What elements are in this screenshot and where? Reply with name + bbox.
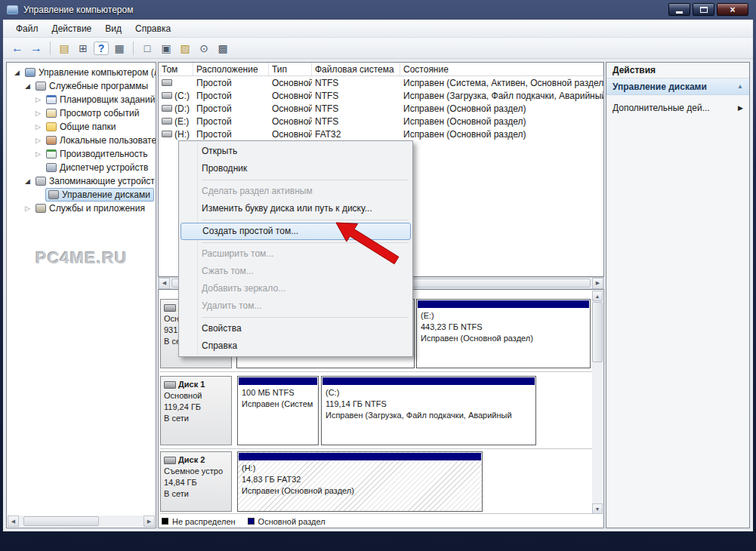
expander-icon[interactable] <box>35 96 45 103</box>
menu-action[interactable]: Действие <box>45 21 99 36</box>
volume-name: (E:) <box>174 116 189 127</box>
actions-more-item[interactable]: Дополнительные дей... ▶ <box>606 100 749 116</box>
help-icon[interactable]: ? <box>94 42 109 55</box>
properties-icon[interactable]: ▣ <box>158 41 174 56</box>
expander-icon[interactable] <box>25 205 35 212</box>
disk1-header[interactable]: Диск 1 Основной 119,24 ГБ В сети <box>160 376 232 445</box>
expander-icon[interactable] <box>35 137 45 144</box>
menu-separator <box>202 180 409 180</box>
toolbar: ← → ▤ ⊞ ? ▦ □ ▣ ▨ ⊙ ▩ <box>3 38 753 59</box>
open-folder-icon[interactable]: ▨ <box>177 41 193 56</box>
console-tree-icon[interactable]: ⊞ <box>75 41 91 56</box>
menu-help[interactable]: Справка <box>128 21 177 36</box>
menu-item-help[interactable]: Справка <box>181 337 411 355</box>
column-filesystem[interactable]: Файловая система <box>312 63 400 75</box>
disk2-header[interactable]: Диск 2 Съемное устро 14,84 ГБ В сети <box>160 451 232 512</box>
expander-icon[interactable] <box>35 109 45 117</box>
expander-icon[interactable] <box>35 123 45 131</box>
column-status[interactable]: Состояние <box>400 63 603 75</box>
volume-icon <box>162 105 172 112</box>
tree-item-performance[interactable]: Производительность <box>7 147 156 161</box>
scrollbar-thumb[interactable] <box>23 516 99 526</box>
column-layout[interactable]: Расположение <box>193 63 269 75</box>
app-icon <box>7 5 18 14</box>
forward-icon[interactable]: → <box>28 41 45 56</box>
column-type[interactable]: Тип <box>269 63 312 75</box>
expander-icon[interactable] <box>25 82 35 90</box>
menu-separator <box>202 317 409 318</box>
tree-horizontal-scrollbar[interactable]: ◀ ▶ <box>8 516 155 527</box>
menu-item-change-drive-letter[interactable]: Изменить букву диска или путь к диску... <box>181 200 411 217</box>
toolbar-separator <box>133 42 134 55</box>
hard-disk-icon <box>164 381 176 389</box>
menu-item-delete-volume: Удалить том... <box>181 297 411 315</box>
menu-item-explorer[interactable]: Проводник <box>181 160 411 177</box>
disk0-partition-e[interactable]: (E:) 443,23 ГБ NTFS Исправен (Основной р… <box>416 299 591 368</box>
row-divider <box>160 513 594 514</box>
tree-item-storage[interactable]: Запоминающие устройст <box>7 174 156 188</box>
tree-item-device-manager[interactable]: Диспетчер устройств <box>7 161 156 174</box>
expander-icon[interactable] <box>25 177 35 185</box>
legend-unallocated: Не распределен <box>162 517 236 526</box>
disk2-partition-h[interactable]: (H:) 14,83 ГБ FAT32 Исправен (Основной р… <box>237 451 483 512</box>
collapse-chevron-icon[interactable]: ▲ <box>737 83 743 90</box>
expander-icon[interactable] <box>14 69 24 76</box>
tree-item-label: Управление компьютером (л <box>39 67 156 78</box>
tree-item-task-scheduler[interactable]: Планировщик заданий <box>7 93 156 106</box>
menu-item-open[interactable]: Открыть <box>181 143 411 160</box>
disk1-partition-system[interactable]: 100 МБ NTFS Исправен (Систем <box>237 376 319 445</box>
menu-view[interactable]: Вид <box>98 21 128 36</box>
tree-item-label: Службы и приложения <box>49 203 145 214</box>
tree-item-shared-folders[interactable]: Общие папки <box>7 120 156 134</box>
grid-icon[interactable]: ▩ <box>214 41 231 56</box>
maximize-button[interactable] <box>693 3 714 16</box>
scroll-right-icon[interactable]: ▶ <box>592 278 603 289</box>
scroll-right-icon[interactable]: ▶ <box>143 516 155 527</box>
tree-item-event-viewer[interactable]: Просмотр событий <box>7 106 156 120</box>
new-window-icon[interactable]: □ <box>139 41 156 56</box>
expander-icon[interactable] <box>35 150 45 158</box>
tree-item-label: Управление дисками <box>62 189 150 200</box>
tree-item-label: Производительность <box>60 149 147 159</box>
disk-view-vertical-scrollbar[interactable]: ▲ ▼ <box>592 291 603 514</box>
tree-item-local-users[interactable]: Локальные пользовате <box>7 134 156 147</box>
close-button[interactable]: × <box>717 3 748 16</box>
primary-partition-band <box>239 453 481 460</box>
scroll-down-icon[interactable]: ▼ <box>592 503 603 514</box>
table-row[interactable]: Простой Основной NTFS Исправен (Система,… <box>159 76 603 89</box>
back-icon[interactable]: ← <box>9 41 26 56</box>
disk1-partition-c[interactable]: (C:) 119,14 ГБ NTFS Исправен (Загрузка, … <box>321 376 536 445</box>
volume-type: Основной <box>269 129 312 140</box>
tree-item-computer-management[interactable]: Управление компьютером (л <box>7 66 156 79</box>
table-row[interactable]: (C:) Простой Основной NTFS Исправен (Заг… <box>159 89 603 102</box>
primary-partition-band <box>322 377 535 385</box>
volume-name: (D:) <box>174 103 190 114</box>
volume-layout: Простой <box>193 103 269 114</box>
scroll-left-icon[interactable]: ◀ <box>159 278 170 289</box>
partition-size: 100 МБ NTFS <box>242 387 314 399</box>
menu-item-properties[interactable]: Свойства <box>181 320 411 337</box>
console-window-icon[interactable]: ▦ <box>111 41 128 56</box>
scroll-up-icon[interactable]: ▲ <box>592 291 603 301</box>
tree-item-system-tools[interactable]: Служебные программы <box>7 79 156 93</box>
partition-label: (C:) <box>326 387 532 399</box>
tree-item-disk-management[interactable]: Управление дисками <box>7 188 156 202</box>
scrollbar-thumb[interactable] <box>592 302 603 362</box>
zoom-icon[interactable]: ⊙ <box>196 41 212 56</box>
table-row[interactable]: (E:) Простой Основной NTFS Исправен (Осн… <box>159 115 603 128</box>
task-scheduler-icon <box>46 95 57 104</box>
actions-group-disk-management[interactable]: Управление дисками ▲ <box>606 78 749 95</box>
menu-file[interactable]: Файл <box>9 21 45 36</box>
console-tree-panel: Управление компьютером (л Служебные прог… <box>6 62 156 528</box>
removable-disk-icon <box>164 457 176 464</box>
tree-item-services[interactable]: Службы и приложения <box>7 202 156 215</box>
export-list-icon[interactable]: ▤ <box>56 41 73 56</box>
table-row[interactable]: (D:) Простой Основной NTFS Исправен (Осн… <box>159 102 603 115</box>
system-tools-icon <box>35 82 46 91</box>
volume-status: Исправен (Система, Активен, Основной раз… <box>400 78 603 88</box>
table-row[interactable]: (H:) Простой Основной FAT32 Исправен (Ос… <box>159 128 603 140</box>
scroll-left-icon[interactable]: ◀ <box>8 516 19 527</box>
minimize-button[interactable] <box>668 3 690 16</box>
column-volume[interactable]: Том <box>159 63 193 75</box>
titlebar[interactable]: Управление компьютером <box>0 0 756 20</box>
